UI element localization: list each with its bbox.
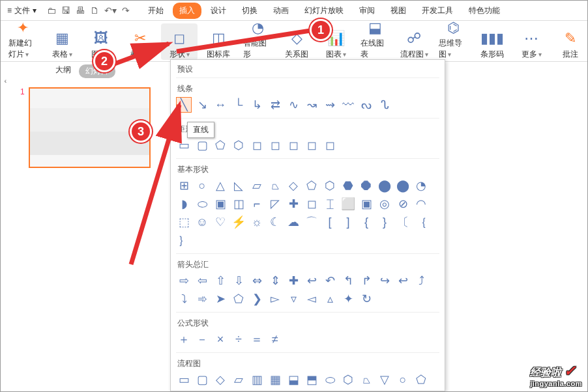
shape-seq-storage[interactable]: ○	[359, 390, 374, 391]
shape-bent-arrow[interactable]: ↩	[304, 273, 319, 288]
shape-dbracket[interactable]: 〔	[395, 214, 411, 230]
shape-elbow[interactable]: └	[231, 97, 246, 113]
shape-triangle[interactable]: △	[213, 178, 228, 193]
shape-predefined[interactable]: ▥	[249, 372, 265, 387]
shape-parallelogram[interactable]: ▱	[249, 178, 265, 193]
shape-collate[interactable]: ⧖	[249, 390, 265, 391]
redo-icon[interactable]: ↷	[122, 5, 130, 16]
shape-dbrace[interactable]: ｛	[413, 214, 429, 230]
shape-leftup-arrow[interactable]: ↰	[340, 273, 356, 288]
shape-bentup-arrow[interactable]: ↱	[359, 273, 374, 288]
tab-view[interactable]: 视图	[384, 3, 413, 19]
shape-smiley[interactable]: ☺	[194, 214, 210, 230]
shape-curve-arrow[interactable]: ↝	[304, 97, 319, 113]
shape-moon[interactable]: ☾	[267, 214, 283, 230]
shape-round2[interactable]: ◻	[286, 137, 301, 153]
shape-data[interactable]: ▱	[231, 372, 246, 387]
shape-trapezoid[interactable]: ⏢	[267, 178, 283, 193]
shape-foldedcorner[interactable]: ⬚	[176, 214, 192, 230]
shape-diag-stripe[interactable]: ◸	[267, 196, 283, 212]
shape-manual-input[interactable]: ⏢	[359, 372, 374, 387]
save-icon[interactable]: 🖫	[61, 5, 70, 16]
shape-hexagon[interactable]: ⬡	[322, 178, 338, 193]
shape-curved-down[interactable]: ⤵	[176, 291, 192, 307]
more-button[interactable]: ⋯更多	[513, 23, 550, 60]
shape-card[interactable]: ▭	[176, 390, 192, 391]
shape-left-callout[interactable]: ◅	[304, 291, 319, 307]
mindmap-button[interactable]: ⌬思维导图	[435, 23, 471, 60]
shape-down-callout[interactable]: ▿	[286, 291, 301, 307]
shape-round-diag[interactable]: ◻	[304, 137, 319, 153]
shape-oval[interactable]: ○	[194, 178, 210, 193]
shape-right-arrow[interactable]: ⇨	[176, 273, 192, 288]
smartart-button[interactable]: ◔智能图形	[239, 23, 276, 60]
shape-minus[interactable]: －	[194, 331, 210, 347]
shape-bracket1[interactable]: [	[322, 214, 338, 230]
shape-display[interactable]: ⬬	[413, 390, 429, 391]
tab-animation[interactable]: 动画	[267, 3, 295, 19]
shape-equal[interactable]: ＝	[249, 331, 265, 347]
table-button[interactable]: ▦表格	[44, 23, 80, 60]
shape-lightning[interactable]: ⚡	[231, 214, 246, 230]
shape-multiply[interactable]: ×	[213, 331, 228, 347]
shape-document[interactable]: ⬓	[286, 372, 301, 387]
shape-bevel[interactable]: ▣	[359, 196, 374, 212]
shape-elbow-arrow[interactable]: ↳	[249, 97, 265, 113]
shape-up-arrow[interactable]: ⇧	[213, 273, 228, 288]
shape-nosymbol[interactable]: ⊘	[395, 196, 411, 212]
shape-internal-storage[interactable]: ▦	[267, 372, 283, 387]
shape-rect[interactable]: ▭	[176, 137, 192, 153]
shape-freeform-curve[interactable]: 〰	[340, 97, 356, 113]
shape-textbox[interactable]: ⊞	[176, 178, 192, 193]
shape-direct-access[interactable]: ⬭	[395, 390, 411, 391]
tab-start[interactable]: 开始	[141, 3, 170, 19]
shape-notched-arrow[interactable]: ➤	[213, 291, 228, 307]
shape-circular-arrow[interactable]: ↻	[359, 291, 374, 307]
shape-magnetic-disk[interactable]: ⌶	[377, 390, 392, 391]
barcode-button[interactable]: ▮▮▮条形码	[474, 23, 510, 60]
shape-manual-op[interactable]: ▽	[377, 372, 392, 387]
tab-devtools[interactable]: 开发工具	[415, 3, 460, 19]
undo-icon[interactable]: ↶▾	[104, 5, 117, 16]
shape-teardrop[interactable]: ⬭	[194, 196, 210, 212]
shape-alt-process[interactable]: ▢	[194, 372, 210, 387]
shape-lshape[interactable]: ⌐	[249, 196, 265, 212]
tab-transition[interactable]: 切换	[235, 3, 264, 19]
tab-slideshow[interactable]: 幻灯片放映	[298, 3, 350, 19]
screenshot-button[interactable]: ✂截屏	[122, 23, 158, 60]
print-icon[interactable]: 🖶	[76, 5, 85, 16]
shape-brace2[interactable]: }	[377, 214, 392, 230]
tab-outline[interactable]: 大纲	[55, 64, 71, 78]
shape-up-callout[interactable]: ▵	[322, 291, 338, 307]
open-icon[interactable]: 🗀	[47, 5, 56, 16]
icons-button[interactable]: ◫图标库	[200, 23, 237, 60]
shape-chevron[interactable]: ❯	[249, 291, 265, 307]
shape-plus[interactable]: ＋	[176, 331, 192, 347]
tab-features[interactable]: 特色功能	[462, 3, 507, 19]
shape-quad-callout[interactable]: ✦	[340, 291, 356, 307]
shape-decision[interactable]: ◇	[213, 372, 228, 387]
preview-icon[interactable]: 🗋	[90, 5, 99, 16]
shape-arc[interactable]: ⌒	[304, 214, 319, 230]
shape-heptagon[interactable]: ⬣	[340, 178, 356, 193]
shape-curved-left[interactable]: ↩	[395, 273, 411, 288]
shape-offpage[interactable]: ⬠	[413, 372, 429, 387]
shape-cloud[interactable]: ☁	[286, 214, 301, 230]
shape-round-single[interactable]: ◻	[322, 137, 338, 153]
shape-terminator[interactable]: ⬭	[322, 372, 338, 387]
shape-plaque[interactable]: ◻	[304, 196, 319, 212]
shape-elbow-double[interactable]: ⇄	[267, 97, 283, 113]
shape-sun[interactable]: ☼	[249, 214, 265, 230]
shape-curve[interactable]: ∿	[286, 97, 301, 113]
shape-multidoc[interactable]: ⬒	[304, 372, 319, 387]
shape-cross[interactable]: ✚	[286, 196, 301, 212]
shape-quad-arrow[interactable]: ✚	[286, 273, 301, 288]
shapes-button[interactable]: ◻形状	[161, 23, 198, 60]
shape-freeform[interactable]: ᔐ	[377, 97, 392, 113]
shape-delay[interactable]: ◗	[340, 390, 356, 391]
tab-insert[interactable]: 插入	[173, 3, 201, 19]
shape-heart[interactable]: ♡	[213, 214, 228, 230]
shape-double-arrow[interactable]: ↔	[213, 97, 228, 113]
shape-snip-diag[interactable]: ◻	[249, 137, 265, 153]
shape-sort[interactable]: ◊	[267, 390, 283, 391]
